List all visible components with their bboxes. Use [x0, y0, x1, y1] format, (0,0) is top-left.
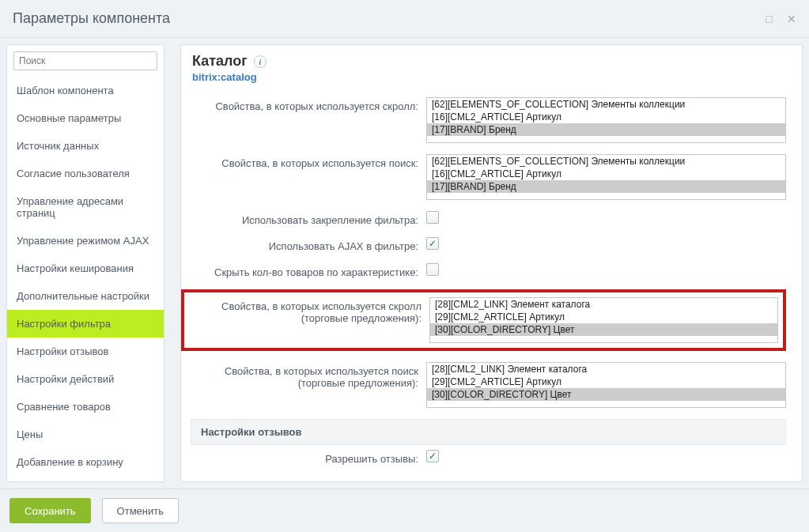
- label-allow-reviews: Разрешить отзывы:: [181, 450, 426, 465]
- sidebar-item[interactable]: Настройки поиска: [7, 476, 164, 481]
- sidebar-item[interactable]: Настройки отзывов: [7, 338, 164, 365]
- checkbox-ajax-filter[interactable]: [426, 237, 439, 250]
- sidebar-menu[interactable]: Шаблон компонентаОсновные параметрыИсточ…: [7, 77, 164, 481]
- content-head: Каталог i bitrix:catalog: [181, 45, 802, 92]
- sidebar-item[interactable]: Настройки действий: [7, 365, 164, 393]
- row-search-props: Свойства, в которых используется поиск: …: [181, 154, 791, 200]
- row-allow-reviews: Разрешить отзывы:: [181, 450, 791, 465]
- section-header-reviews: Настройки отзывов: [191, 419, 786, 445]
- search-input[interactable]: [13, 51, 157, 70]
- search-wrap: [7, 45, 164, 77]
- highlight-scroll-offers: Свойства, в которых используется скролл …: [181, 289, 786, 351]
- list-option[interactable]: [28][CML2_LINK] Элемент каталога: [430, 298, 777, 311]
- row-pin-filter: Использовать закрепление фильтра:: [181, 211, 791, 226]
- info-icon[interactable]: i: [254, 55, 267, 68]
- cancel-button[interactable]: Отменить: [102, 498, 179, 523]
- list-option[interactable]: [28][CML2_LINK] Элемент каталога: [427, 363, 785, 375]
- multiselect-search-offers[interactable]: [28][CML2_LINK] Элемент каталога[29][CML…: [426, 362, 786, 408]
- multiselect-scroll-props[interactable]: [62][ELEMENTS_OF_COLLECTION] Элементы ко…: [426, 97, 786, 143]
- sidebar-item[interactable]: Цены: [7, 421, 164, 448]
- component-id: bitrix:catalog: [192, 71, 791, 83]
- label-hide-count: Скрыть кол-во товаров по характеристике:: [181, 263, 426, 278]
- list-option[interactable]: [62][ELEMENTS_OF_COLLECTION] Элементы ко…: [427, 98, 785, 111]
- sidebar-item[interactable]: Источник данных: [7, 132, 164, 160]
- label-ajax-filter: Использовать AJAX в фильтре:: [181, 237, 426, 252]
- list-option[interactable]: [30][COLOR_DIRECTORY] Цвет: [427, 388, 785, 401]
- list-option[interactable]: [62][ELEMENTS_OF_COLLECTION] Элементы ко…: [427, 155, 785, 168]
- sidebar-item[interactable]: Настройки фильтра: [7, 310, 164, 338]
- row-ajax-filter: Использовать AJAX в фильтре:: [181, 237, 791, 252]
- label-pin-filter: Использовать закрепление фильтра:: [181, 211, 426, 226]
- label-scroll-offers: Свойства, в которых используется скролл …: [184, 297, 429, 324]
- multiselect-scroll-offers[interactable]: [28][CML2_LINK] Элемент каталога[29][CML…: [429, 297, 778, 343]
- list-option[interactable]: [29][CML2_ARTICLE] Артикул: [427, 375, 785, 388]
- row-hide-count: Скрыть кол-во товаров по характеристике:: [181, 263, 791, 278]
- sidebar-item[interactable]: Основные параметры: [7, 104, 164, 132]
- list-option[interactable]: [17][BRAND] Бренд: [427, 180, 785, 193]
- row-scroll-props: Свойства, в которых используется скролл:…: [181, 97, 791, 143]
- checkbox-hide-count[interactable]: [426, 263, 439, 276]
- list-option[interactable]: [17][BRAND] Бренд: [427, 123, 785, 136]
- close-icon[interactable]: ✕: [787, 13, 796, 25]
- page-title: Каталог: [192, 53, 248, 70]
- row-scroll-offers: Свойства, в которых используется скролл …: [184, 297, 783, 343]
- title-bar: Параметры компонента □ ✕: [0, 0, 809, 38]
- dialog-footer: Сохранить Отменить: [0, 489, 809, 532]
- sidebar-item[interactable]: Настройки кеширования: [7, 255, 164, 282]
- sidebar-item[interactable]: Управление адресами страниц: [7, 187, 164, 227]
- sidebar-item[interactable]: Управление режимом AJAX: [7, 227, 164, 255]
- save-button[interactable]: Сохранить: [9, 498, 91, 523]
- list-option[interactable]: [30][COLOR_DIRECTORY] Цвет: [430, 323, 777, 336]
- maximize-icon[interactable]: □: [766, 13, 773, 25]
- component-params-dialog: Параметры компонента □ ✕ Шаблон компонен…: [0, 0, 809, 532]
- content-pane: Каталог i bitrix:catalog Свойства, в кот…: [180, 44, 803, 482]
- row-search-offers: Свойства, в которых используется поиск (…: [181, 362, 791, 408]
- list-option[interactable]: [16][CML2_ARTICLE] Артикул: [427, 111, 785, 123]
- dialog-body: Шаблон компонентаОсновные параметрыИсточ…: [0, 38, 809, 489]
- label-search-props: Свойства, в которых используется поиск:: [181, 154, 426, 169]
- window-controls: □ ✕: [766, 13, 796, 25]
- sidebar-item[interactable]: Добавление в корзину: [7, 448, 164, 476]
- checkbox-pin-filter[interactable]: [426, 211, 439, 224]
- sidebar-item[interactable]: Дополнительные настройки: [7, 282, 164, 310]
- checkbox-allow-reviews[interactable]: [426, 450, 439, 462]
- dialog-title: Параметры компонента: [13, 10, 170, 27]
- list-option[interactable]: [16][CML2_ARTICLE] Артикул: [427, 168, 785, 180]
- sidebar: Шаблон компонентаОсновные параметрыИсточ…: [6, 44, 164, 482]
- form-scroll-area[interactable]: Свойства, в которых используется скролл:…: [181, 92, 802, 481]
- sidebar-item[interactable]: Шаблон компонента: [7, 77, 164, 104]
- label-search-offers: Свойства, в которых используется поиск (…: [181, 362, 426, 389]
- sidebar-item[interactable]: Согласие пользователя: [7, 160, 164, 187]
- multiselect-search-props[interactable]: [62][ELEMENTS_OF_COLLECTION] Элементы ко…: [426, 154, 786, 200]
- label-scroll-props: Свойства, в которых используется скролл:: [181, 97, 426, 112]
- sidebar-item[interactable]: Сравнение товаров: [7, 393, 164, 421]
- list-option[interactable]: [29][CML2_ARTICLE] Артикул: [430, 311, 777, 323]
